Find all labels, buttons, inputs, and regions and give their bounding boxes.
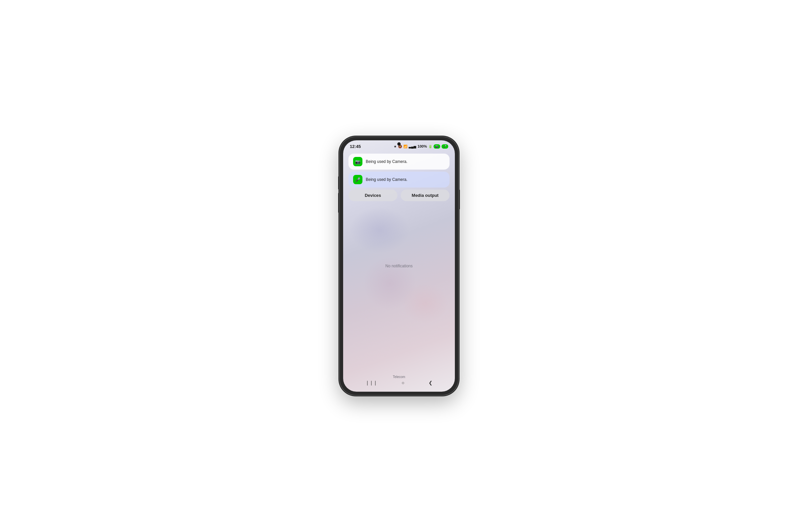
notif-camera-video-icon-wrap: 📷 bbox=[353, 157, 362, 166]
notification-camera-video[interactable]: 📷 Being used by Camera. bbox=[348, 154, 450, 170]
camera-video-icon: 📷 bbox=[355, 159, 360, 164]
camera-active-indicator: 📷 bbox=[434, 144, 440, 149]
telecom-label: Telecom bbox=[393, 375, 405, 379]
battery-percent: 100% bbox=[418, 144, 427, 148]
home-nav-icon[interactable]: ○ bbox=[402, 380, 404, 385]
bluetooth-icon: ★ bbox=[394, 145, 397, 148]
recents-nav-icon[interactable]: ❘❘❘ bbox=[365, 380, 377, 385]
camera-notch bbox=[397, 142, 401, 146]
notif-camera-video-text: Being used by Camera. bbox=[366, 159, 407, 164]
phone-screen: 12:45 ★ 🔕 📶 ▃▄▅ 100% 🔋 📷 🎤 bbox=[343, 140, 455, 392]
bottom-bar: Telecom ❘❘❘ ○ ❮ bbox=[343, 373, 455, 392]
notif-camera-mic-text: Being used by Camera. bbox=[366, 177, 407, 182]
status-icons: ★ 🔕 📶 ▃▄▅ 100% 🔋 📷 🎤 bbox=[394, 144, 448, 149]
wifi-icon: 📶 bbox=[403, 145, 407, 148]
status-time: 12:45 bbox=[350, 144, 394, 149]
phone-device: 12:45 ★ 🔕 📶 ▃▄▅ 100% 🔋 📷 🎤 bbox=[339, 136, 459, 396]
action-buttons-row: Devices Media output bbox=[348, 190, 450, 201]
devices-button[interactable]: Devices bbox=[348, 190, 397, 201]
camera-pill-icon: 📷 bbox=[435, 145, 439, 148]
notif-camera-mic-icon-wrap: 🎤 bbox=[353, 175, 362, 184]
wallpaper-blob-3 bbox=[402, 283, 448, 323]
mic-pill-icon: 🎤 bbox=[443, 145, 446, 148]
nav-icons: ❘❘❘ ○ ❮ bbox=[343, 380, 455, 385]
back-nav-icon[interactable]: ❮ bbox=[429, 380, 433, 385]
microphone-icon: 🎤 bbox=[355, 177, 360, 182]
media-output-button[interactable]: Media output bbox=[401, 190, 450, 201]
battery-icon: 🔋 bbox=[428, 145, 432, 148]
no-notifications-label: No notifications bbox=[385, 264, 413, 268]
mic-active-indicator: 🎤 bbox=[441, 144, 448, 149]
wallpaper-blob-1 bbox=[350, 207, 410, 253]
notification-area: 📷 Being used by Camera. 🎤 Being used by … bbox=[348, 154, 450, 190]
notification-camera-mic[interactable]: 🎤 Being used by Camera. bbox=[348, 172, 450, 188]
signal-icon: ▃▄▅ bbox=[408, 145, 416, 148]
